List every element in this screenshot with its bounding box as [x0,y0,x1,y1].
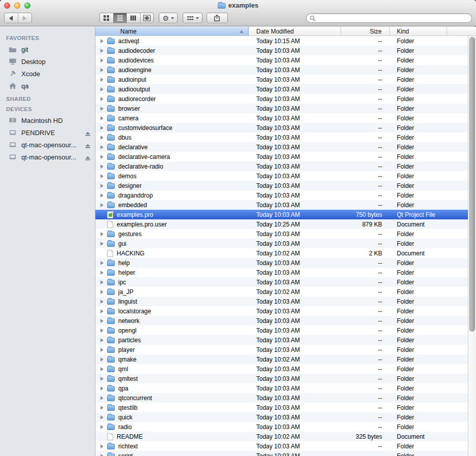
disclosure-triangle-icon[interactable] [100,116,104,120]
file-row[interactable]: localstorageToday 10:03 AM--Folder [95,306,468,316]
disclosure-triangle-icon[interactable] [100,136,104,140]
eject-icon[interactable] [85,154,91,160]
file-row[interactable]: qmakeToday 10:02 AM--Folder [95,354,468,364]
file-row[interactable]: qmltestToday 10:03 AM--Folder [95,374,468,383]
disclosure-triangle-icon[interactable] [100,87,104,91]
disclosure-triangle-icon[interactable] [100,406,104,410]
file-row[interactable]: activeqtToday 10:15 AM--Folder [95,36,468,46]
disclosure-triangle-icon[interactable] [100,415,104,419]
file-row[interactable]: helperToday 10:03 AM--Folder [95,268,468,277]
disclosure-triangle-icon[interactable] [100,377,104,381]
disclosure-triangle-icon[interactable] [100,242,104,246]
disclosure-triangle-icon[interactable] [100,396,104,400]
file-row[interactable]: draganddropToday 10:03 AM--Folder [95,190,468,200]
column-view-button[interactable] [127,13,141,23]
file-row[interactable]: audioinputToday 10:03 AM--Folder [95,75,468,84]
file-row[interactable]: audiorecorderToday 10:03 AM--Folder [95,94,468,104]
file-row[interactable]: qmlToday 10:03 AM--Folder [95,364,468,374]
file-row[interactable]: ipcToday 10:03 AM--Folder [95,277,468,287]
file-row[interactable]: browserToday 10:03 AM--Folder [95,104,468,113]
sidebar-item-pendrive[interactable]: PENDRIVE [0,126,95,139]
file-row[interactable]: qtconcurrentToday 10:03 AM--Folder [95,393,468,403]
disclosure-triangle-icon[interactable] [100,184,104,188]
disclosure-triangle-icon[interactable] [100,261,104,265]
file-row[interactable]: guiToday 10:03 AM--Folder [95,239,468,248]
disclosure-triangle-icon[interactable] [100,49,104,53]
file-row[interactable]: cameraToday 10:03 AM--Folder [95,113,468,123]
disclosure-triangle-icon[interactable] [100,319,104,323]
disclosure-triangle-icon[interactable] [100,357,104,362]
file-row[interactable]: examples.proToday 10:03 AM750 bytesQt Pr… [95,210,468,219]
disclosure-triangle-icon[interactable] [100,309,104,313]
file-row[interactable]: declarative-cameraToday 10:03 AM--Folder [95,152,468,161]
file-row[interactable]: qpaToday 10:03 AM--Folder [95,383,468,393]
disclosure-triangle-icon[interactable] [100,78,104,82]
sidebar-item-macintosh-hd[interactable]: Macintosh HD [0,114,95,126]
disclosure-triangle-icon[interactable] [100,300,104,304]
disclosure-triangle-icon[interactable] [100,203,104,207]
eject-icon[interactable] [85,142,91,148]
list-view-button[interactable] [114,13,127,23]
close-button[interactable] [4,3,10,9]
disclosure-triangle-icon[interactable] [100,126,104,130]
disclosure-triangle-icon[interactable] [100,107,104,111]
column-header-size[interactable]: Size [341,27,390,36]
disclosure-triangle-icon[interactable] [100,367,104,371]
file-row[interactable]: radioToday 10:03 AM--Folder [95,422,468,432]
disclosure-triangle-icon[interactable] [100,145,104,149]
sidebar-item-xcode[interactable]: Xcode [0,68,95,80]
column-header-date-modified[interactable]: Date Modified [249,27,341,36]
file-row[interactable]: examples.pro.userToday 10:25 AM879 KBDoc… [95,219,468,229]
disclosure-triangle-icon[interactable] [100,280,104,284]
coverflow-view-button[interactable] [141,13,154,23]
file-row[interactable]: audioengineToday 10:03 AM--Folder [95,65,468,75]
disclosure-triangle-icon[interactable] [100,348,104,352]
disclosure-triangle-icon[interactable] [100,386,104,390]
disclosure-triangle-icon[interactable] [100,271,104,275]
eject-icon[interactable] [85,129,91,136]
file-row[interactable]: ja_JPToday 10:02 AM--Folder [95,287,468,297]
file-row[interactable]: READMEToday 10:02 AM325 bytesDocument [95,432,468,441]
forward-button[interactable] [18,13,32,23]
sidebar-item-qa[interactable]: qa [0,80,95,92]
minimize-button[interactable] [14,3,20,9]
icon-view-button[interactable] [100,13,114,23]
scrollbar-thumb[interactable] [469,37,475,332]
disclosure-triangle-icon[interactable] [100,193,104,198]
file-row[interactable]: declarative-radioToday 10:03 AM--Folder [95,161,468,171]
file-row[interactable]: designerToday 10:03 AM--Folder [95,181,468,190]
file-row[interactable]: linguistToday 10:03 AM--Folder [95,297,468,306]
disclosure-triangle-icon[interactable] [100,97,104,101]
file-row[interactable]: quickToday 10:03 AM--Folder [95,412,468,422]
file-row[interactable]: embeddedToday 10:03 AM--Folder [95,200,468,210]
title-bar[interactable]: examples [0,0,476,11]
back-button[interactable] [5,13,18,23]
file-row[interactable]: qtestlibToday 10:03 AM--Folder [95,403,468,412]
disclosure-triangle-icon[interactable] [100,444,104,448]
file-row[interactable]: customvideosurfaceToday 10:03 AM--Folder [95,123,468,133]
disclosure-triangle-icon[interactable] [100,68,104,72]
vertical-scrollbar[interactable] [468,36,476,456]
file-row[interactable]: scriptToday 10:03 AM--Folder [95,451,468,456]
action-menu-button[interactable]: ⚙ [159,13,178,23]
file-row[interactable]: declarativeToday 10:03 AM--Folder [95,142,468,152]
column-header-kind[interactable]: Kind [390,27,447,36]
sidebar-item-qt-mac-opensour-[interactable]: qt-mac-opensour... [0,139,95,151]
file-row[interactable]: HACKINGToday 10:02 AM2 KBDocument [95,248,468,258]
disclosure-triangle-icon[interactable] [100,58,104,62]
file-row[interactable]: helpToday 10:03 AM--Folder [95,258,468,268]
arrange-menu-button[interactable] [183,13,202,23]
sidebar-item-qt-mac-opensour-[interactable]: qt-mac-opensour... [0,151,95,163]
file-row[interactable]: richtextToday 10:03 AM--Folder [95,441,468,451]
file-row[interactable]: openglToday 10:03 AM--Folder [95,325,468,335]
file-row[interactable]: particlesToday 10:03 AM--Folder [95,335,468,345]
disclosure-triangle-icon[interactable] [100,174,104,178]
file-row[interactable]: playerToday 10:03 AM--Folder [95,345,468,354]
file-row[interactable]: gesturesToday 10:03 AM--Folder [95,229,468,239]
disclosure-triangle-icon[interactable] [100,329,104,333]
disclosure-triangle-icon[interactable] [100,232,104,236]
file-row[interactable]: demosToday 10:03 AM--Folder [95,171,468,181]
file-row[interactable]: networkToday 10:03 AM--Folder [95,316,468,325]
file-row[interactable]: dbusToday 10:03 AM--Folder [95,133,468,142]
file-row[interactable]: audiodecoderToday 10:03 AM--Folder [95,46,468,55]
